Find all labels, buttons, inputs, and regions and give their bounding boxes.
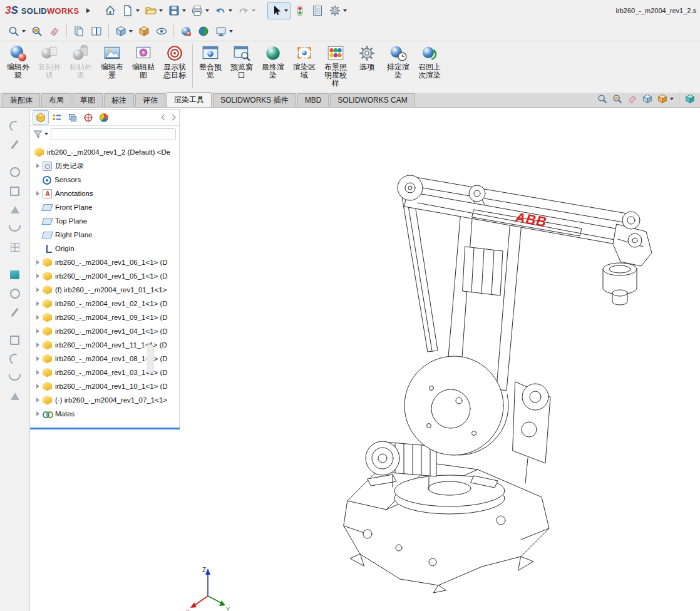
tab-render-tools[interactable]: 渲染工具	[167, 92, 212, 107]
new-dropdown-arrow[interactable]	[136, 9, 140, 12]
tab-property-manager[interactable]	[49, 111, 64, 124]
sidebar-tool-button[interactable]	[3, 135, 27, 154]
sidebar-tool-button[interactable]	[3, 303, 27, 322]
print-button[interactable]	[189, 3, 211, 19]
sidebar-tool-button[interactable]	[3, 200, 27, 219]
expand-arrow-icon[interactable]	[34, 301, 41, 306]
page-compare-button[interactable]	[88, 23, 105, 39]
tree-item[interactable]: irb260_-_m2004_rev1_06_1<1> (D	[30, 255, 179, 269]
tab-display-manager[interactable]	[96, 111, 111, 124]
edit-appearance-button[interactable]: 编辑外观	[3, 43, 33, 80]
tab-assembly[interactable]: 装配体	[3, 93, 40, 107]
save-button[interactable]	[166, 3, 188, 19]
zoom-area-view-button[interactable]	[610, 93, 624, 105]
display-state-target-button[interactable]: 显示状态目标	[160, 43, 190, 80]
section-view-button[interactable]	[625, 93, 639, 105]
expand-arrow-icon[interactable]	[34, 329, 41, 334]
scene-button[interactable]	[195, 23, 212, 39]
filter-funnel-icon[interactable]	[33, 130, 43, 139]
undo-button[interactable]	[212, 3, 234, 19]
tree-item[interactable]: irb260_-_m2004_rev1_08_1<1> (D	[30, 352, 179, 366]
menu-expand-arrow-icon[interactable]	[86, 8, 90, 13]
tree-item[interactable]: irb260_-_m2004_rev1_04_1<1> (D	[30, 324, 179, 338]
sidebar-tool-button[interactable]	[3, 182, 27, 200]
new-document-button[interactable]	[120, 3, 142, 19]
view-orientation-button[interactable]	[113, 23, 135, 39]
tree-item[interactable]: (f) irb260_-_m2004_rev1_01_1<1>	[30, 283, 179, 297]
options-button[interactable]	[327, 3, 349, 19]
redo-button[interactable]	[235, 3, 257, 19]
tree-item[interactable]: irb260_-_m2004_rev1_05_1<1> (D	[30, 269, 179, 283]
schedule-render-button[interactable]: 排定渲染	[383, 43, 413, 80]
expand-arrow-icon[interactable]	[34, 370, 41, 375]
section-tool-button[interactable]	[46, 23, 63, 39]
tab-solidworks-cam[interactable]: SOLIDWORKS CAM	[330, 93, 414, 107]
tree-item[interactable]: (-) irb260_-_m2004_rev1_07_1<1>	[30, 393, 179, 407]
expand-arrow-icon[interactable]	[34, 384, 41, 389]
page-copy-button[interactable]	[71, 23, 87, 39]
feature-tree-filter-input[interactable]	[51, 128, 176, 140]
view-orientation-dropdown-arrow[interactable]	[129, 30, 133, 33]
tree-item[interactable]: irb260_-_m2004_rev1_10_1<1> (D	[30, 379, 179, 393]
panel-splitter-grip[interactable]	[147, 344, 153, 373]
display-style-dropdown-arrow[interactable]	[670, 98, 674, 100]
open-button[interactable]	[143, 3, 165, 19]
proof-sheet-button[interactable]: 布景照明度校样	[321, 43, 351, 88]
display-style-view-button[interactable]	[656, 93, 675, 105]
expand-arrow-icon[interactable]	[34, 163, 41, 168]
sidebar-tool-button[interactable]	[3, 163, 27, 182]
expand-arrow-icon[interactable]	[34, 342, 41, 347]
tree-item[interactable]: Sensors	[30, 173, 179, 187]
tab-configuration-manager[interactable]	[65, 111, 80, 124]
edit-scene-button[interactable]: 编辑布景	[97, 43, 127, 80]
save-dropdown-arrow[interactable]	[182, 9, 186, 12]
sidebar-tool-button[interactable]	[3, 265, 27, 284]
selection-filter-button[interactable]	[292, 3, 308, 19]
tree-item[interactable]: irb260_-_m2004_rev1_09_1<1> (D	[30, 311, 179, 324]
expand-arrow-icon[interactable]	[34, 398, 41, 403]
zoom-dropdown-arrow[interactable]	[22, 30, 26, 33]
expand-arrow-icon[interactable]	[34, 191, 41, 196]
hide-show-button[interactable]	[153, 23, 170, 39]
graphics-viewport[interactable]: ABB Z X Y	[180, 108, 700, 611]
display-style-button[interactable]	[136, 23, 152, 39]
sidebar-tool-button[interactable]	[3, 368, 27, 387]
redo-dropdown-arrow[interactable]	[252, 9, 255, 12]
sidebar-tool-button[interactable]	[3, 116, 27, 135]
select-tool-button[interactable]	[267, 2, 291, 19]
tab-feature-manager[interactable]	[33, 110, 49, 125]
expand-arrow-icon[interactable]	[34, 287, 41, 292]
tree-root-item[interactable]: irb260_-_m2004_rev1_2 (Default) <De	[30, 145, 179, 159]
tab-solidworks-addins[interactable]: SOLIDWORKS 插件	[213, 93, 296, 107]
edit-appearance-quick-button[interactable]	[178, 23, 194, 39]
sidebar-tool-button[interactable]	[3, 387, 27, 406]
expand-arrow-icon[interactable]	[34, 260, 41, 265]
zoom-area-button[interactable]	[29, 23, 45, 39]
tab-annotation[interactable]: 标注	[104, 93, 134, 107]
tree-item[interactable]: Right Plane	[30, 228, 179, 242]
design-report-button[interactable]	[309, 3, 326, 19]
tree-item[interactable]: Annotations	[30, 187, 179, 200]
integrated-preview-button[interactable]: 整合预览	[195, 43, 225, 80]
sidebar-tool-button[interactable]	[3, 331, 27, 349]
tree-item[interactable]: Origin	[30, 242, 179, 255]
tree-item[interactable]: irb260_-_m2004_rev1_03_1<1> (D	[30, 366, 179, 379]
recall-last-render-button[interactable]: 召回上次渲染	[414, 43, 445, 80]
expand-arrow-icon[interactable]	[34, 274, 41, 279]
sidebar-tool-button[interactable]	[3, 284, 27, 303]
view-settings-button[interactable]	[213, 23, 235, 39]
print-dropdown-arrow[interactable]	[205, 9, 209, 12]
tree-item[interactable]: Mates	[30, 407, 179, 421]
task-pane-button[interactable]	[683, 93, 697, 105]
final-render-button[interactable]: 最终渲染	[258, 43, 288, 80]
expand-arrow-icon[interactable]	[34, 315, 41, 320]
paste-appearance-button[interactable]: 粘贴外观	[66, 43, 96, 80]
robot-model[interactable]: ABB	[344, 175, 652, 593]
tab-layout[interactable]: 布局	[41, 93, 71, 107]
tab-mbd[interactable]: MBD	[297, 93, 329, 107]
home-button[interactable]	[102, 3, 118, 19]
tree-item[interactable]: Front Plane	[30, 200, 179, 214]
tab-sketch[interactable]: 草图	[73, 93, 103, 107]
tree-item[interactable]: irb260_-_m2004_rev1_11_1<1> (D	[30, 338, 179, 352]
tree-item[interactable]: irb260_-_m2004_rev1_02_1<1> (D	[30, 297, 179, 311]
